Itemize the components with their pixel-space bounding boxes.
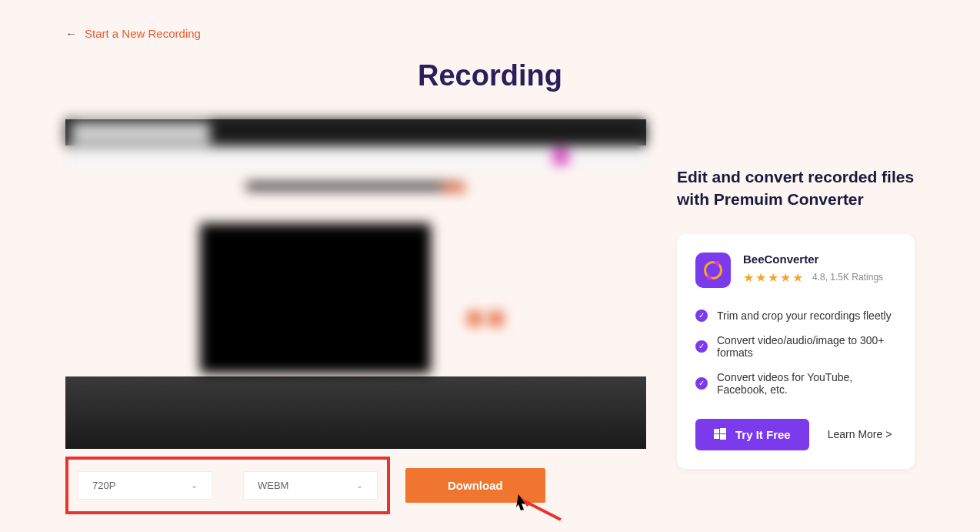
product-name: BeeConverter: [743, 253, 896, 266]
back-new-recording-link[interactable]: ← Start a New Recording: [65, 27, 915, 40]
download-label: Download: [448, 479, 503, 492]
download-button[interactable]: Download: [405, 468, 545, 503]
try-free-button[interactable]: Try It Free: [695, 419, 809, 450]
svg-rect-3: [720, 428, 726, 433]
options-highlight-box: 720P ⌄ WEBM ⌄: [65, 457, 390, 514]
try-free-label: Try It Free: [735, 428, 791, 441]
chevron-down-icon: ⌄: [191, 480, 198, 490]
promo-heading: Edit and convert recorded files with Pre…: [677, 166, 915, 211]
svg-rect-2: [714, 429, 719, 433]
star-icon: ★: [768, 270, 778, 285]
star-icon: ★: [792, 270, 803, 285]
chevron-down-icon: ⌄: [356, 480, 363, 490]
check-icon: ✓: [695, 340, 708, 353]
svg-line-0: [526, 502, 561, 520]
star-icon: ★: [755, 270, 766, 285]
learn-more-link[interactable]: Learn More >: [828, 428, 892, 440]
check-icon: ✓: [695, 377, 708, 390]
format-value: WEBM: [258, 480, 288, 491]
svg-marker-1: [521, 497, 532, 507]
beeconverter-icon: [695, 253, 731, 288]
back-arrow-icon: ←: [65, 27, 77, 40]
resolution-dropdown[interactable]: 720P ⌄: [78, 471, 212, 500]
check-icon: ✓: [695, 309, 708, 322]
windows-icon: [714, 428, 726, 440]
annotation-arrow-icon: [515, 493, 576, 524]
star-icon: ★: [743, 270, 754, 285]
star-icon: ★: [780, 270, 791, 285]
features-list: ✓ Trim and crop your recordings fleetly …: [695, 303, 896, 402]
back-link-label: Start a New Recording: [85, 27, 201, 40]
video-preview: [65, 119, 646, 449]
svg-rect-5: [720, 434, 726, 440]
feature-text: Trim and crop your recordings fleetly: [717, 309, 892, 322]
feature-text: Convert video/audio/image to 300+ format…: [717, 334, 896, 359]
promo-card: BeeConverter ★ ★ ★ ★ ★ 4.8, 1.5K Ratings: [677, 234, 915, 469]
rating-stars: ★ ★ ★ ★ ★: [743, 270, 803, 285]
feature-item: ✓ Convert videos for YouTube, Facebook, …: [695, 365, 896, 402]
rating-text: 4.8, 1.5K Ratings: [812, 272, 883, 283]
resolution-value: 720P: [92, 480, 115, 491]
format-dropdown[interactable]: WEBM ⌄: [243, 471, 378, 500]
feature-item: ✓ Convert video/audio/image to 300+ form…: [695, 328, 896, 365]
feature-text: Convert videos for YouTube, Facebook, et…: [717, 371, 896, 396]
page-title: Recording: [65, 59, 915, 92]
feature-item: ✓ Trim and crop your recordings fleetly: [695, 303, 896, 328]
svg-rect-4: [714, 434, 719, 439]
